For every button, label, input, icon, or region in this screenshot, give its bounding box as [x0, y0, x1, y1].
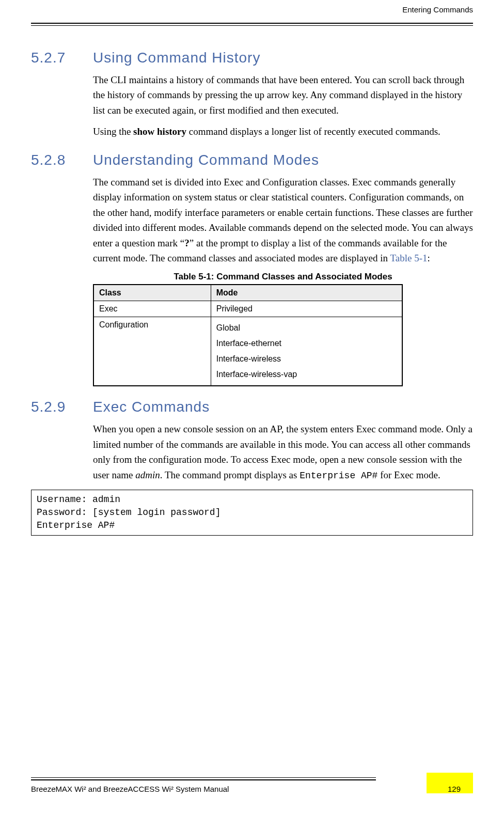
table-header-mode: Mode — [211, 285, 402, 301]
paragraph: Using the show history command displays … — [93, 124, 473, 139]
table-reference-link[interactable]: Table 5-1 — [390, 253, 427, 263]
top-rule-thin — [31, 25, 473, 26]
section-heading-528: 5.2.8 Understanding Command Modes — [31, 152, 473, 168]
paragraph: The command set is divided into Exec and… — [93, 175, 473, 266]
paragraph: When you open a new console session on a… — [93, 421, 473, 483]
cell-class: Exec — [93, 301, 211, 317]
section-title: Exec Commands — [93, 399, 473, 415]
footer-row: BreezeMAX Wi² and BreezeACCESS Wi² Syste… — [31, 785, 473, 793]
table-caption: Table 5-1: Command Classes and Associate… — [93, 272, 473, 282]
section-number: 5.2.9 — [31, 399, 93, 415]
top-rule-thick — [31, 23, 473, 24]
table-header-row: Class Mode — [93, 285, 402, 301]
footer: BreezeMAX Wi² and BreezeACCESS Wi² Syste… — [31, 777, 473, 793]
page-number: 129 — [448, 785, 473, 793]
cell-mode: Privileged — [211, 301, 402, 317]
content-area: 5.2.7 Using Command History The CLI main… — [31, 24, 473, 536]
section-title: Understanding Command Modes — [93, 152, 473, 168]
cell-modes: Global Interface-ethernet Interface-wire… — [211, 317, 402, 386]
mode-list: Global Interface-ethernet Interface-wire… — [216, 320, 397, 382]
footer-rule-thick — [31, 779, 376, 780]
command-classes-table: Class Mode Exec Privileged Configuration… — [93, 284, 403, 386]
cell-class: Configuration — [93, 317, 211, 386]
command-name: show history — [133, 126, 186, 137]
section-number: 5.2.8 — [31, 152, 93, 168]
page: Entering Commands 5.2.7 Using Command Hi… — [0, 0, 504, 814]
section-title: Using Command History — [93, 50, 473, 66]
terminal-example: Username: admin Password: [system login … — [31, 490, 473, 536]
mode-item: Interface-wireless — [216, 351, 397, 367]
text: : — [427, 253, 430, 263]
table-header-class: Class — [93, 285, 211, 301]
top-header-area: Entering Commands — [31, 5, 473, 24]
prompt-literal: Enterprise AP# — [300, 471, 377, 481]
mode-item: Global — [216, 320, 397, 336]
table-row: Configuration Global Interface-ethernet … — [93, 317, 402, 386]
username-literal: admin — [135, 469, 160, 480]
text: Using the — [93, 126, 133, 137]
text: for Exec mode. — [377, 469, 440, 480]
table-row: Exec Privileged — [93, 301, 402, 317]
mode-item: Interface-ethernet — [216, 336, 397, 351]
section-number: 5.2.7 — [31, 50, 93, 66]
mode-item: Interface-wireless-vap — [216, 367, 397, 382]
section-heading-527: 5.2.7 Using Command History — [31, 50, 473, 66]
section-heading-529: 5.2.9 Exec Commands — [31, 399, 473, 415]
manual-title: BreezeMAX Wi² and BreezeACCESS Wi² Syste… — [31, 785, 229, 793]
footer-rule-thin — [31, 777, 376, 778]
key-literal: ? — [184, 238, 190, 248]
running-head: Entering Commands — [402, 5, 473, 14]
text: command displays a longer list of recent… — [186, 126, 440, 137]
paragraph: The CLI maintains a history of commands … — [93, 72, 473, 118]
text: . The command prompt displays as — [160, 469, 300, 480]
